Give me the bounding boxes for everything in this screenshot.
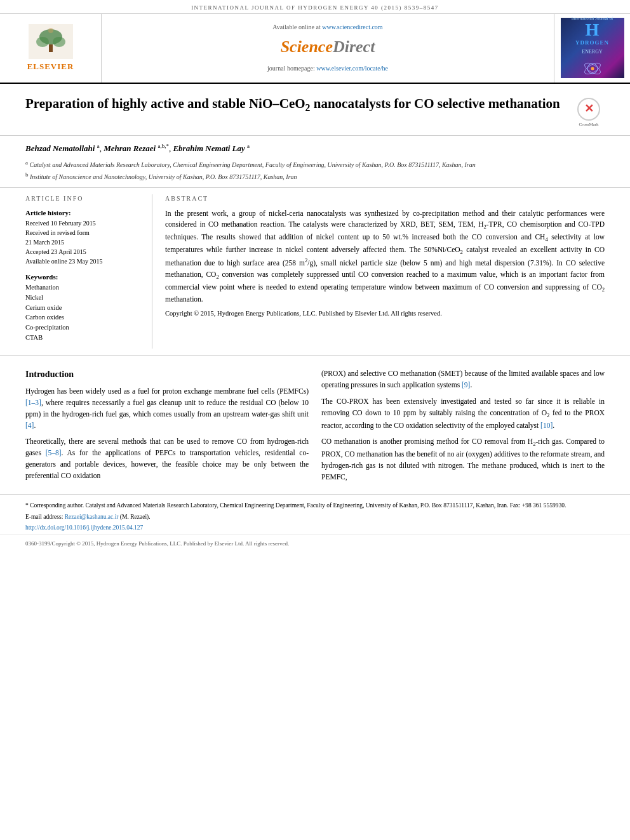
article-info-abstract: ARTICLE INFO Article history: Received 1… [0, 188, 630, 356]
authors-section: Behzad Nematollahi a, Mehran Rezaei a,b,… [0, 136, 630, 187]
keyword-3: Cerium oxide [25, 303, 143, 313]
available-online-text: Available online at www.sciencedirect.co… [272, 23, 382, 32]
email-note: E-mail address: Rezaei@kashanu.ac.ir (M.… [25, 512, 605, 521]
svg-point-9 [591, 67, 594, 70]
abstract-section: ABSTRACT In the present work, a group of… [165, 194, 605, 349]
keyword-1: Methanation [25, 283, 143, 293]
author-1: Behzad Nematollahi [25, 144, 95, 154]
body-content: Introduction Hydrogen has been widely us… [0, 368, 630, 488]
spacer [0, 356, 630, 368]
doi-url[interactable]: http://dx.doi.org/10.1016/j.ijhydene.201… [25, 524, 143, 531]
page-footer: 0360-3199/Copyright © 2015, Hydrogen Ene… [0, 534, 630, 553]
doi-link: http://dx.doi.org/10.1016/j.ijhydene.201… [25, 523, 605, 532]
footer-text: 0360-3199/Copyright © 2015, Hydrogen Ene… [25, 540, 289, 547]
header-area: ELSEVIER Available online at www.science… [0, 14, 630, 84]
ref-1-3[interactable]: [1–3] [25, 399, 41, 406]
body-left-column: Introduction Hydrogen has been widely us… [25, 368, 309, 488]
abstract-text: In the present work, a group of nickel-c… [165, 208, 605, 306]
ref-5-8[interactable]: [5–8] [46, 449, 62, 457]
history-item-4: Accepted 23 April 2015 [25, 248, 143, 257]
crossmark-section: ✕ CrossMark [573, 95, 605, 128]
page: INTERNATIONAL JOURNAL OF HYDROGEN ENERGY… [0, 0, 630, 553]
keyword-5: Co-precipitation [25, 323, 143, 333]
keywords-heading: Keywords: [25, 272, 143, 282]
journal-cover: International Journal of H YDROGEN ENERG… [561, 18, 624, 78]
cover-graphic [580, 59, 605, 78]
ref-4[interactable]: [4] [25, 422, 34, 429]
crossmark-icon[interactable]: ✕ [577, 98, 600, 121]
sciencedirect-section: Available online at www.sciencedirect.co… [102, 14, 554, 83]
sciencedirect-logo: ScienceDirect [281, 36, 375, 58]
abstract-label: ABSTRACT [165, 194, 605, 203]
keywords-group: Keywords: Methanation Nickel Cerium oxid… [25, 272, 143, 343]
keywords-list: Methanation Nickel Cerium oxide Carbon o… [25, 283, 143, 342]
history-item-5: Available online 23 May 2015 [25, 257, 143, 266]
article-title: Preparation of highly active and stable … [25, 95, 563, 115]
banner-text: INTERNATIONAL JOURNAL OF HYDROGEN ENERGY… [191, 4, 439, 11]
crossmark-label: CrossMark [579, 122, 598, 128]
history-item-3: 21 March 2015 [25, 238, 143, 247]
keyword-4: Carbon oxides [25, 313, 143, 323]
body-right-column: (PROX) and selective CO methanation (SME… [321, 368, 605, 488]
journal-cover-section: International Journal of H YDROGEN ENERG… [554, 14, 630, 83]
intro-paragraph-2: Theoretically, there are several methods… [25, 436, 309, 481]
elsevier-logo: ELSEVIER [27, 24, 74, 72]
title-section: Preparation of highly active and stable … [0, 84, 630, 137]
svg-point-3 [53, 37, 65, 47]
right-paragraph-2: The CO-PROX has been extensively investi… [321, 396, 605, 431]
footnote-area: * Corresponding author. Catalyst and Adv… [0, 494, 630, 532]
article-info-panel: ARTICLE INFO Article history: Received 1… [25, 194, 152, 349]
intro-paragraph-1: Hydrogen has been widely used as a fuel … [25, 386, 309, 431]
title-block: Preparation of highly active and stable … [25, 95, 563, 115]
elsevier-tree-icon [29, 24, 73, 59]
journal-homepage: journal homepage: www.elsevier.com/locat… [267, 64, 388, 73]
svg-point-2 [36, 37, 49, 47]
sciencedirect-url[interactable]: www.sciencedirect.com [322, 23, 382, 30]
corresponding-note: * Corresponding author. Catalyst and Adv… [25, 501, 605, 510]
author-2: Mehran Rezaei [104, 144, 156, 154]
journal-url[interactable]: www.elsevier.com/locate/he [316, 65, 388, 72]
history-item-1: Received 10 February 2015 [25, 219, 143, 228]
elsevier-logo-section: ELSEVIER [0, 14, 102, 83]
affiliation-b: b Institute of Nanoscience and Nanotechn… [25, 171, 605, 182]
affiliation-a: a Catalyst and Advanced Materials Resear… [25, 159, 605, 170]
history-item-2: Received in revised form [25, 229, 143, 237]
keyword-6: CTAB [25, 333, 143, 343]
svg-rect-4 [49, 44, 53, 52]
elsevier-name: ELSEVIER [27, 61, 74, 72]
author-3: Ebrahim Nemati Lay [173, 144, 245, 154]
email-link[interactable]: Rezaei@kashanu.ac.ir [65, 514, 119, 520]
introduction-title: Introduction [25, 368, 309, 381]
journal-banner: INTERNATIONAL JOURNAL OF HYDROGEN ENERGY… [0, 0, 630, 14]
ref-9[interactable]: [9] [462, 381, 470, 389]
authors-line: Behzad Nematollahi a, Mehran Rezaei a,b,… [25, 142, 605, 155]
article-info-label: ARTICLE INFO [25, 194, 143, 203]
keyword-2: Nickel [25, 293, 143, 303]
history-group: Article history: Received 10 February 20… [25, 208, 143, 266]
ref-10[interactable]: [10] [540, 422, 553, 429]
svg-point-5 [48, 28, 53, 33]
history-heading: Article history: [25, 208, 143, 218]
abstract-copyright: Copyright © 2015, Hydrogen Energy Public… [165, 309, 605, 319]
right-paragraph-3: CO methanation is another promising meth… [321, 436, 605, 483]
right-paragraph-1: (PROX) and selective CO methanation (SME… [321, 368, 605, 391]
